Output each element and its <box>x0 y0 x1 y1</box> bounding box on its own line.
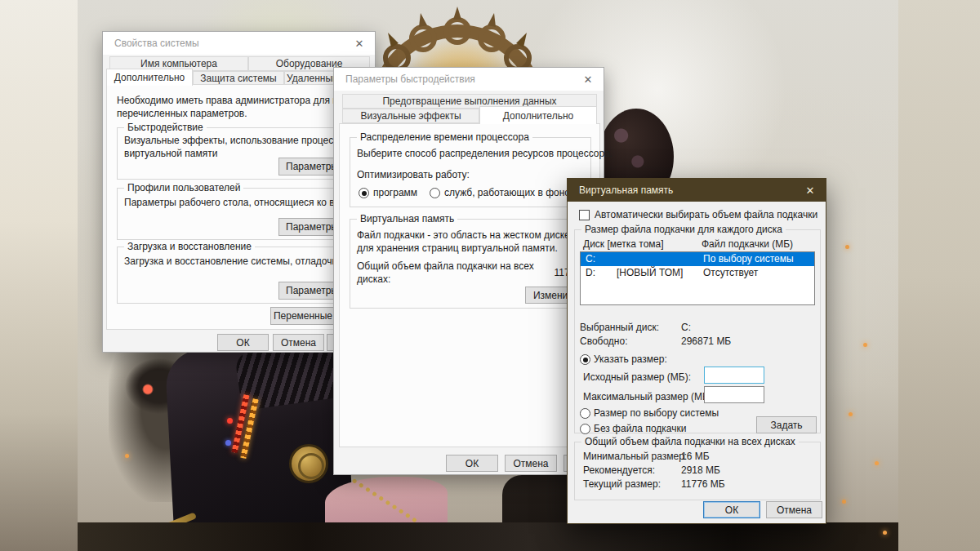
group-text: дисках: <box>357 273 390 286</box>
tab-label: Защита системы <box>200 73 276 84</box>
auto-manage-checkbox[interactable] <box>579 210 590 220</box>
drive-listbox[interactable]: C: По выбору системы D: [НОВЫЙ ТОМ] Отсу… <box>580 251 815 305</box>
initial-size-input[interactable] <box>704 367 764 384</box>
radio-background-services[interactable] <box>430 188 440 198</box>
virtual-memory-titlebar[interactable]: Виртуальная память <box>568 179 826 202</box>
ok-button[interactable]: ОК <box>446 455 498 472</box>
group-text: Оптимизировать работу: <box>357 169 470 181</box>
admin-note: перечисленных параметров. <box>117 108 247 120</box>
button-label: ОК <box>725 504 738 516</box>
drive-row-c[interactable]: C: По выбору системы <box>581 252 814 266</box>
ember-spark <box>849 412 853 416</box>
group-label: Распределение времени процессора <box>357 131 532 144</box>
tab-advanced[interactable]: Дополнительно <box>479 106 597 124</box>
drive-letter: C: <box>586 253 595 264</box>
pillarbox-left <box>0 0 78 551</box>
radio-system-managed[interactable] <box>580 408 590 419</box>
button-label: ОК <box>466 458 479 469</box>
close-icon[interactable]: ✕ <box>352 38 367 51</box>
tab-visual-effects[interactable]: Визуальные эффекты <box>342 109 479 123</box>
gold-emblem-art <box>289 444 328 483</box>
ember-spark <box>863 343 867 347</box>
radio-label: Указать размер: <box>594 353 667 366</box>
button-label: ОК <box>236 337 249 349</box>
close-icon[interactable]: ✕ <box>803 184 817 198</box>
button-label: Отмена <box>513 458 548 469</box>
selected-disk-label: Выбранный диск: <box>580 322 659 334</box>
ember-spark <box>842 500 846 504</box>
startup-recovery-group: Загрузка и восстановление Загрузка и вос… <box>117 247 364 304</box>
dialog-title: Параметры быстродействия <box>345 73 475 85</box>
performance-options-dialog: Параметры быстродействия ✕ Предотвращени… <box>333 67 604 475</box>
virtual-memory-group: Виртуальная память Файл подкачки - это о… <box>350 219 591 309</box>
red-led-dot <box>227 418 233 424</box>
recommended-label: Рекомендуется: <box>583 464 655 477</box>
user-profiles-group: Профили пользователей Параметры рабочего… <box>117 188 364 240</box>
radio-label: программ <box>373 187 417 199</box>
group-label: Загрузка и восстановление <box>124 241 255 253</box>
radio-programs[interactable] <box>359 188 369 198</box>
min-size-value: 16 МБ <box>681 451 710 463</box>
paging-file-value: Отсутствует <box>703 267 758 278</box>
column-header-disk: Диск [метка тома] <box>583 238 664 251</box>
performance-group: Быстродействие Визуальные эффекты, испол… <box>117 127 364 180</box>
free-space-label: Свободно: <box>580 335 628 348</box>
advanced-tab-page: Распределение времени процессора Выберит… <box>339 123 600 447</box>
total-paging-group: Общий объем файла подкачки на всех диска… <box>574 442 821 500</box>
ok-button[interactable]: ОК <box>703 501 760 518</box>
virtual-memory-dialog: Виртуальная память ✕ Автоматически выбир… <box>567 178 826 524</box>
column-header-file: Файл подкачки (МБ) <box>702 238 793 251</box>
group-text: виртуальной памяти <box>124 148 217 160</box>
ok-button[interactable]: ОК <box>217 334 269 351</box>
processor-scheduling-group: Распределение времени процессора Выберит… <box>350 137 591 207</box>
button-label: Отмена <box>777 504 812 516</box>
group-text: Общий объем файла подкачки на всех <box>357 260 534 273</box>
max-size-input[interactable] <box>704 386 764 403</box>
volume-label: [НОВЫЙ ТОМ] <box>617 267 683 278</box>
ember-spark <box>875 461 879 465</box>
initial-size-label: Исходный размер (МБ): <box>583 371 691 384</box>
dialog-title: Свойства системы <box>114 38 199 49</box>
group-label: Быстродействие <box>124 122 207 134</box>
group-label: Виртуальная память <box>357 213 457 225</box>
tab-label: Предотвращение выполнения данных <box>382 96 556 107</box>
cancel-button[interactable]: Отмена <box>273 334 324 351</box>
radio-custom-size[interactable] <box>580 354 590 365</box>
tab-label: Имя компьютера <box>140 58 217 69</box>
ember-spark <box>125 454 129 458</box>
radio-no-paging-file[interactable] <box>580 424 590 434</box>
drive-letter: D: <box>586 267 595 278</box>
system-properties-titlebar[interactable]: Свойства системы <box>103 32 375 55</box>
ember-spark <box>883 531 887 535</box>
current-size-value: 11776 МБ <box>681 478 725 491</box>
tab-label: Дополнительно <box>503 110 573 122</box>
current-size-label: Текущий размер: <box>583 478 661 491</box>
dark-armor-bottom-art <box>78 522 898 551</box>
set-button[interactable]: Задать <box>756 416 817 433</box>
max-size-label: Максимальный размер (МБ): <box>583 391 715 403</box>
free-space-value: 296871 МБ <box>681 335 731 348</box>
button-label: Отмена <box>281 337 316 349</box>
cancel-button[interactable]: Отмена <box>505 455 557 472</box>
paging-file-value: По выбору системы <box>703 253 794 264</box>
min-size-label: Минимальный размер: <box>583 451 687 463</box>
recommended-value: 2918 МБ <box>681 464 720 477</box>
close-icon[interactable]: ✕ <box>581 73 595 87</box>
checkbox-label: Автоматически выбирать объем файла подка… <box>595 209 817 221</box>
tab-label: Дополнительно <box>114 72 185 83</box>
cancel-button[interactable]: Отмена <box>766 501 822 518</box>
group-text: Выберите способ распределения ресурсов п… <box>357 148 612 160</box>
blue-led-dot <box>225 440 231 446</box>
radio-label: Без файла подкачки <box>594 423 686 435</box>
dialog-title: Виртуальная память <box>579 184 673 196</box>
pillarbox-right <box>898 0 980 551</box>
group-text: для хранения страниц виртуальной памяти. <box>357 242 558 255</box>
drive-row-d[interactable]: D: [НОВЫЙ ТОМ] Отсутствует <box>581 266 814 280</box>
button-label: Задать <box>770 420 802 431</box>
group-label: Общий объем файла подкачки на всех диска… <box>581 436 799 448</box>
tab-label: Визуальные эффекты <box>360 110 461 122</box>
radio-label: Размер по выбору системы <box>594 407 719 420</box>
paging-size-group: Размер файла подкачки для каждого диска … <box>574 229 821 433</box>
tab-advanced[interactable]: Дополнительно <box>106 69 193 86</box>
performance-options-titlebar[interactable]: Параметры быстродействия <box>334 68 604 91</box>
